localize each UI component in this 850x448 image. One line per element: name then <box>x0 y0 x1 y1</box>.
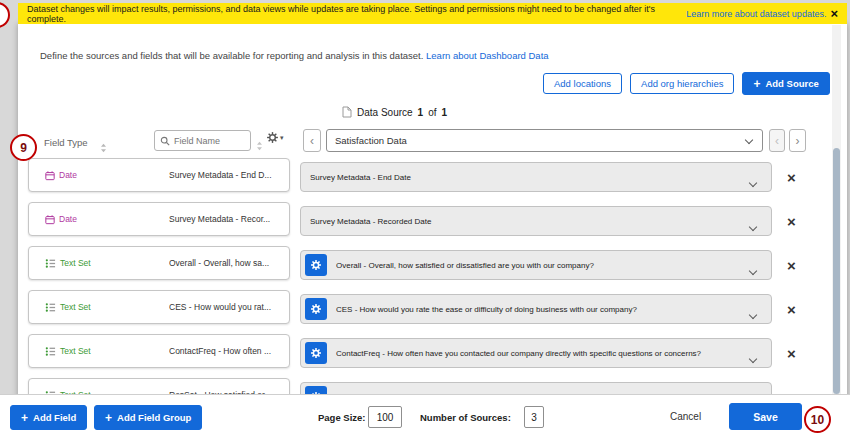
add-source-button[interactable]: + Add Source <box>742 72 829 95</box>
plus-icon: + <box>105 412 112 424</box>
field-type-header: Field Type <box>44 137 88 148</box>
field-list-item[interactable]: Date Survey Metadata - Recor... <box>28 202 290 236</box>
field-type-label: Text Set <box>60 346 91 356</box>
previous-source-button[interactable]: ‹ <box>303 129 321 152</box>
cancel-button[interactable]: Cancel <box>670 411 701 422</box>
gear-icon <box>310 347 322 359</box>
source-field-row: Overall - Overall, how satisfied or diss… <box>300 250 812 280</box>
nav-prev-page-button[interactable]: ‹ <box>769 129 785 152</box>
footer-bar: + Add Field + Add Field Group Page Size:… <box>0 394 850 448</box>
learn-more-link[interactable]: Learn more about dataset updates. <box>686 9 826 19</box>
chevron-down-icon <box>745 136 753 144</box>
counter-total: 1 <box>442 107 448 118</box>
calendar-icon <box>45 170 55 181</box>
field-name: Survey Metadata - Recor... <box>169 203 270 235</box>
chevron-down-icon <box>749 179 757 187</box>
plus-icon: + <box>753 78 760 90</box>
remove-field-button[interactable]: × <box>785 346 798 361</box>
page-size-input[interactable] <box>368 406 402 428</box>
scrollbar-thumb[interactable] <box>833 148 840 394</box>
expand-row-button[interactable] <box>748 172 758 191</box>
source-select-value: Satisfaction Data <box>335 135 407 146</box>
expand-row-button[interactable] <box>748 260 758 279</box>
remove-field-button[interactable]: × <box>785 170 798 185</box>
add-field-button[interactable]: + Add Field <box>10 405 87 430</box>
source-select[interactable]: Satisfaction Data <box>326 129 763 152</box>
counter-of: of <box>428 107 436 118</box>
field-type: Text Set <box>45 247 91 279</box>
expand-row-button[interactable] <box>748 304 758 323</box>
field-type-label: Text Set <box>60 302 91 312</box>
field-list-item[interactable]: Text Set ContactFreq - How often ... <box>28 334 290 368</box>
field-settings-button[interactable] <box>305 254 327 276</box>
page-size-label: Page Size: <box>318 412 366 423</box>
gear-icon <box>266 131 279 144</box>
field-type: Date <box>45 159 77 191</box>
chevron-down-icon <box>749 355 757 363</box>
scrollbar-track <box>832 25 841 394</box>
add-locations-button[interactable]: Add locations <box>543 73 622 94</box>
field-list: Date Survey Metadata - End D... Date Sur… <box>28 158 290 412</box>
toolbar: Add locations Add org hierarchies + Add … <box>543 72 830 95</box>
field-row-card: CES - How would you rate the ease or dif… <box>300 294 772 324</box>
field-row-card: Overall - Overall, how satisfied or diss… <box>300 250 772 280</box>
field-row-label: ContactFreq - How often have you contact… <box>336 349 731 358</box>
field-type: Text Set <box>45 291 91 323</box>
field-name: Survey Metadata - End D... <box>169 159 272 191</box>
calendar-icon <box>45 214 55 225</box>
gear-icon <box>310 303 322 315</box>
annotation-circle-partial <box>0 2 10 28</box>
save-button[interactable]: Save <box>729 403 802 430</box>
sort-icon-secondary[interactable] <box>256 137 263 155</box>
field-list-settings-button[interactable]: ▾ <box>266 131 284 144</box>
field-list-item[interactable]: Text Set Overall - Overall, how sa... <box>28 246 290 280</box>
field-type-label: Date <box>59 170 77 180</box>
field-settings-button[interactable] <box>305 298 327 320</box>
field-list-item[interactable]: Date Survey Metadata - End D... <box>28 158 290 192</box>
add-source-label: Add Source <box>765 78 818 89</box>
text-set-icon <box>45 346 56 357</box>
plus-icon: + <box>21 412 28 424</box>
search-input[interactable] <box>174 136 242 146</box>
chevron-left-icon: ‹ <box>310 134 314 148</box>
annotation-10: 10 <box>804 406 831 433</box>
close-icon[interactable]: × <box>830 7 838 20</box>
warning-banner: Dataset changes will impact results, per… <box>18 3 847 24</box>
field-row-card: ContactFreq - How often have you contact… <box>300 338 772 368</box>
remove-field-button[interactable]: × <box>785 302 798 317</box>
field-row-card: Survey Metadata - End Date <box>300 162 772 192</box>
sort-icon[interactable] <box>100 139 107 157</box>
dashboard-data-link[interactable]: Learn about Dashboard Data <box>426 50 549 61</box>
field-list-item[interactable]: Text Set CES - How would you rat... <box>28 290 290 324</box>
source-field-row: Survey Metadata - Recorded Date × <box>300 206 812 236</box>
field-type-label: Text Set <box>60 258 91 268</box>
intro: Define the sources and fields that will … <box>40 50 549 61</box>
counter-prefix: Data Source <box>357 107 413 118</box>
remove-field-button[interactable]: × <box>785 214 798 229</box>
number-of-sources-input[interactable] <box>524 406 544 428</box>
add-field-group-button[interactable]: + Add Field Group <box>94 405 202 430</box>
chevron-down-icon <box>749 267 757 275</box>
text-set-icon <box>45 302 56 313</box>
expand-row-button[interactable] <box>748 216 758 235</box>
field-name: Overall - Overall, how sa... <box>169 247 269 279</box>
field-row-label: Overall - Overall, how satisfied or diss… <box>336 261 624 270</box>
field-name: CES - How would you rat... <box>169 291 271 323</box>
field-row-card: Survey Metadata - Recorded Date <box>300 206 772 236</box>
next-source-button[interactable]: › <box>789 129 806 152</box>
number-of-sources-label: Number of Sources: <box>420 412 511 423</box>
field-type: Date <box>45 203 77 235</box>
field-search <box>154 130 251 151</box>
add-org-hierarchies-button[interactable]: Add org hierarchies <box>630 73 734 94</box>
chevron-right-icon: › <box>796 134 800 148</box>
field-settings-button[interactable] <box>305 342 327 364</box>
intro-text: Define the sources and fields that will … <box>40 50 423 61</box>
data-source-counter: Data Source 1 of 1 <box>342 106 447 118</box>
field-type: Text Set <box>45 335 91 367</box>
add-field-group-label: Add Field Group <box>117 412 191 423</box>
chevron-down-icon <box>749 223 757 231</box>
warning-text: Dataset changes will impact results, per… <box>27 4 682 24</box>
search-icon <box>160 136 170 146</box>
remove-field-button[interactable]: × <box>785 258 798 273</box>
expand-row-button[interactable] <box>748 348 758 367</box>
